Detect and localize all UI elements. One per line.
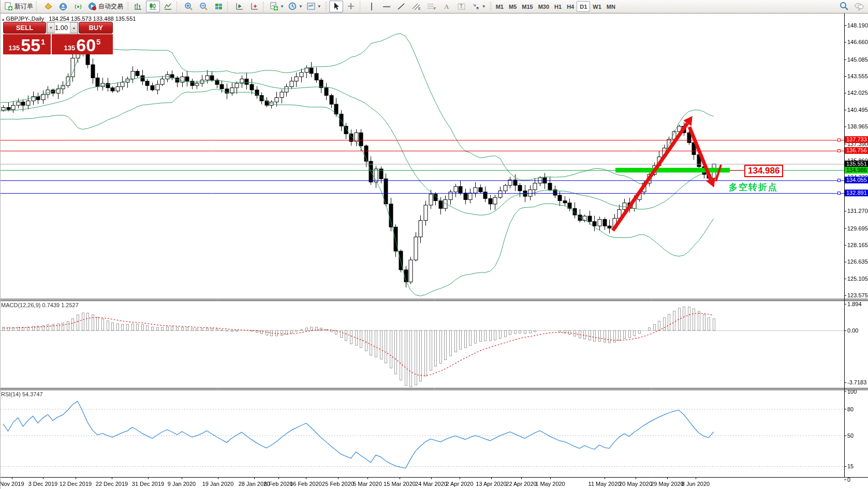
chart-ohlc: 134.254 135.573 133.488 135.551: [49, 16, 136, 22]
date-axis-label: 19 Jan 2020: [197, 481, 239, 487]
macd-axis-tick: 0.00: [847, 327, 858, 334]
date-axis-label: 1 May 2020: [529, 481, 571, 487]
signals-button[interactable]: [71, 1, 85, 12]
rsi-axis-tick: 0: [847, 477, 850, 483]
new-order-button[interactable]: 新订单: [3, 1, 35, 12]
chart-canvas[interactable]: [1, 0, 868, 489]
chart-shift-button[interactable]: [247, 1, 261, 12]
date-axis-label: 12 Dec 2019: [55, 481, 96, 487]
svg-text:T: T: [460, 4, 463, 9]
price-level-tag: 134.986: [845, 167, 868, 174]
support-price-callout[interactable]: 134.986: [744, 165, 783, 177]
crosshair-icon: [347, 2, 355, 11]
line-chart-button[interactable]: [161, 1, 175, 12]
fibonacci-icon: F: [426, 2, 437, 11]
mt4-window: { "toolbar": { "new_order_label": "新订单",…: [0, 0, 868, 489]
candlestick-chart-icon: [149, 2, 158, 11]
svg-text:E: E: [418, 7, 421, 10]
trendline-button[interactable]: [395, 1, 409, 12]
rsi-axis-tick: 100: [847, 389, 857, 395]
timeframe-w1[interactable]: W1: [590, 2, 604, 11]
text-label-button[interactable]: T: [455, 1, 469, 12]
cursor-button[interactable]: [329, 1, 343, 12]
vertical-line-icon: [368, 2, 375, 11]
price-level-tag: 137.733: [845, 136, 868, 143]
volume-field: ▼ 1.00 ▲: [47, 22, 78, 34]
timeframe-m15[interactable]: M15: [519, 2, 535, 11]
tile-windows-button[interactable]: [212, 1, 226, 12]
indicators-button[interactable]: ▼: [268, 1, 286, 12]
price-axis-tick: 145.085: [847, 56, 868, 63]
sell-price-pip: 1: [41, 37, 45, 46]
auto-trading-button[interactable]: 自动交易: [86, 1, 125, 12]
timeframe-h4[interactable]: H4: [564, 2, 577, 11]
zoom-in-icon: [184, 2, 194, 11]
text-button[interactable]: A: [440, 1, 454, 12]
turning-point-note[interactable]: 多空转折点: [729, 181, 778, 193]
periods-button[interactable]: ▼: [287, 1, 304, 12]
separator: [360, 2, 363, 12]
price-level-tag: 134.055: [845, 177, 868, 183]
price-axis-tick: 128.165: [847, 242, 868, 248]
horizontal-line-button[interactable]: [380, 1, 394, 12]
rsi-axis-tick: 15: [847, 463, 854, 469]
timeframe-m5[interactable]: M5: [506, 2, 519, 11]
buy-price[interactable]: 135 60 5: [52, 34, 113, 54]
bar-chart-icon: [134, 2, 143, 11]
timeframe-h1[interactable]: H1: [552, 2, 564, 11]
horizontal-line-icon: [382, 2, 391, 11]
toolbar-grip: [490, 2, 492, 11]
signals-icon: [74, 2, 83, 11]
sell-button[interactable]: SELL: [3, 22, 46, 34]
channel-button[interactable]: E: [410, 1, 424, 12]
vertical-line-button[interactable]: [365, 1, 379, 12]
community-button[interactable]: [56, 1, 70, 12]
tile-windows-icon: [214, 2, 224, 11]
chat-icon[interactable]: [854, 2, 864, 11]
price-axis-tick: 125.105: [847, 276, 868, 282]
metaeditor-button[interactable]: [41, 1, 55, 12]
separator: [227, 2, 231, 12]
buy-button[interactable]: BUY: [79, 22, 113, 34]
dropdown-arrow: ▼: [280, 4, 284, 9]
metaeditor-icon: [44, 2, 53, 11]
price-level-tag: 136.756: [845, 147, 868, 154]
zoom-in-button[interactable]: [182, 1, 196, 12]
templates-button[interactable]: ▼: [305, 1, 323, 12]
timeframe-mn[interactable]: MN: [604, 2, 618, 11]
arrows-button[interactable]: ▼: [470, 1, 488, 12]
candlestick-chart-button[interactable]: [146, 1, 160, 12]
price-axis-tick: 126.635: [847, 258, 868, 265]
indicators-icon: [270, 2, 279, 11]
new-order-icon: [4, 2, 13, 11]
channel-icon: E: [411, 2, 422, 11]
crosshair-button[interactable]: [344, 1, 358, 12]
price-axis-tick: 131.270: [847, 208, 868, 214]
collapse-arrow-icon[interactable]: ▴: [2, 17, 5, 22]
volume-increase-button[interactable]: ▲: [70, 22, 78, 33]
zoom-out-button[interactable]: [197, 1, 211, 12]
buy-price-prefix: 135: [64, 44, 76, 52]
timeframe-m1[interactable]: M1: [493, 2, 506, 11]
search-icon[interactable]: [840, 2, 849, 11]
timeframe-m30[interactable]: M30: [536, 2, 552, 11]
fibonacci-button[interactable]: F: [425, 1, 439, 12]
auto-scroll-button[interactable]: [232, 1, 246, 12]
buy-price-pip: 5: [96, 37, 100, 46]
date-axis-label: 9 Jan 2020: [161, 481, 202, 487]
clock-icon: [288, 2, 298, 11]
text-label-icon: T: [457, 2, 466, 11]
macd-axis-tick: 1.894: [847, 301, 862, 307]
bar-chart-button[interactable]: [131, 1, 145, 12]
one-click-trading-panel: SELL ▼ 1.00 ▲ BUY 135 55 1 135 60 5: [3, 22, 113, 54]
timeframe-d1[interactable]: D1: [577, 1, 590, 12]
template-icon: [307, 2, 316, 11]
community-icon: [59, 2, 68, 11]
price-level-tag: 132.891: [845, 190, 868, 196]
volume-decrease-button[interactable]: ▼: [47, 22, 55, 33]
sell-price[interactable]: 135 55 1: [3, 34, 51, 54]
volume-value[interactable]: 1.00: [55, 22, 70, 33]
rsi-axis-tick: 80: [847, 406, 854, 412]
line-chart-icon: [164, 2, 173, 11]
chart-shift-icon: [250, 2, 259, 11]
